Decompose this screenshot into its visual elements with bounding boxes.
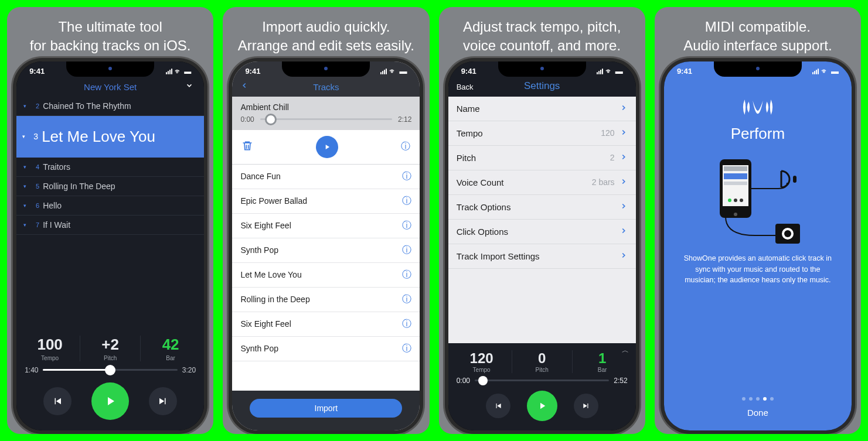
promo-panel-1: The ultimate tool for backing tracks on …	[7, 7, 213, 434]
preview-play-button[interactable]	[316, 136, 338, 158]
pager-dot[interactable]	[756, 397, 760, 401]
marker-icon: ▾	[23, 183, 26, 189]
setlist-row[interactable]: ▾7If I Wait	[16, 216, 204, 235]
progress-slider[interactable]: 1:40 3:20	[16, 365, 204, 379]
page-indicator	[742, 397, 774, 401]
pager-dot[interactable]	[742, 397, 746, 401]
svg-rect-3	[724, 173, 747, 179]
progress-slider[interactable]: 0:00 2:52	[448, 375, 636, 389]
settings-row[interactable]: Track Import Settings	[448, 244, 636, 269]
info-icon[interactable]: ⓘ	[402, 293, 411, 306]
next-button[interactable]	[574, 394, 598, 418]
track-row[interactable]: Dance Funⓘ	[232, 165, 420, 189]
svg-point-5	[728, 199, 731, 202]
promo-panel-3: Adjust track tempo, pitch, voice countof…	[439, 7, 645, 434]
prev-button[interactable]	[486, 394, 510, 418]
track-row[interactable]: Six Eight Feelⓘ	[232, 214, 420, 238]
svg-point-8	[734, 213, 737, 216]
track-name: Rolling In The Deep	[43, 182, 115, 191]
import-button[interactable]: Import	[250, 399, 402, 418]
settings-row[interactable]: Pitch2	[448, 146, 636, 170]
setting-label: Track Options	[457, 202, 511, 212]
app-name: Perform	[731, 125, 785, 143]
info-icon[interactable]: ⓘ	[402, 195, 411, 207]
chevron-right-icon	[619, 177, 628, 187]
status-time: 9:41	[29, 67, 45, 76]
setting-value: 120	[601, 128, 614, 138]
phone-frame: 9:41 ᯤ▬ Tracks Ambient Chill 0:00 2:12	[232, 61, 420, 430]
trash-icon[interactable]	[241, 140, 253, 154]
setlist-row[interactable]: ▾6Hello	[16, 196, 204, 216]
settings-row[interactable]: Click Options	[448, 220, 636, 244]
prev-button[interactable]	[43, 387, 72, 415]
settings-row[interactable]: Name	[448, 97, 636, 121]
track-name: Synth Pop	[240, 245, 278, 255]
preview-slider[interactable]	[260, 118, 392, 120]
setting-label: Tempo	[457, 128, 483, 138]
caption: MIDI compatible. Audio interface support…	[683, 18, 832, 56]
illustration	[699, 153, 816, 247]
pitch-stat[interactable]: +2Pitch	[80, 336, 140, 361]
set-title: New York Set	[84, 82, 137, 92]
bar-stat[interactable]: 42Bar	[140, 336, 200, 361]
status-icons: ᯤ▬	[597, 67, 623, 76]
settings-row[interactable]: Tempo120	[448, 121, 636, 146]
back-button[interactable]: Back	[457, 83, 474, 91]
pager-dot[interactable]	[763, 397, 767, 401]
track-row[interactable]: Let Me Love Youⓘ	[232, 263, 420, 288]
back-button[interactable]	[240, 81, 249, 92]
track-row[interactable]: Epic Power Balladⓘ	[232, 189, 420, 214]
onboarding-text: ShowOne provides an automatic click trac…	[664, 253, 852, 286]
track-row[interactable]: Six Eight Feelⓘ	[232, 312, 420, 337]
info-icon[interactable]: ⓘ	[402, 244, 411, 257]
svg-rect-4	[724, 182, 747, 185]
info-icon[interactable]: ⓘ	[402, 220, 411, 232]
info-icon[interactable]: ⓘ	[401, 141, 410, 153]
setlist-row[interactable]: ▾5Rolling In The Deep	[16, 177, 204, 196]
track-row[interactable]: Rolling in the Deepⓘ	[232, 288, 420, 312]
setlist-row[interactable]: ▾4Traitors	[16, 158, 204, 177]
svg-point-6	[734, 199, 737, 202]
settings-row[interactable]: Voice Count2 bars	[448, 170, 636, 195]
track-name: Traitors	[43, 162, 70, 172]
track-row[interactable]: Synth Popⓘ	[232, 337, 420, 361]
info-icon[interactable]: ⓘ	[402, 343, 411, 355]
pitch-stat[interactable]: 0Pitch	[512, 350, 572, 373]
marker-icon: ▾	[23, 203, 26, 208]
track-name: Chained To The Rhythm	[43, 101, 131, 111]
track-row[interactable]: Synth Popⓘ	[232, 238, 420, 263]
svg-point-12	[784, 230, 791, 237]
setlist-row[interactable]: ▾3Let Me Love You	[16, 116, 204, 158]
info-icon[interactable]: ⓘ	[402, 170, 411, 183]
pager-dot[interactable]	[770, 397, 774, 401]
tempo-stat[interactable]: 120Tempo	[452, 350, 512, 373]
time-current: 0:00	[457, 377, 470, 385]
chevron-down-icon[interactable]	[185, 81, 193, 92]
tempo-stat[interactable]: 100Tempo	[20, 336, 80, 361]
play-button[interactable]	[527, 391, 557, 421]
setting-label: Track Import Settings	[457, 251, 540, 261]
setting-label: Name	[457, 104, 480, 114]
done-button[interactable]: Done	[747, 408, 768, 418]
preview-track-name: Ambient Chill	[240, 102, 411, 112]
info-icon[interactable]: ⓘ	[402, 269, 411, 281]
status-time: 9:41	[677, 67, 692, 76]
expand-icon[interactable]: ︿	[622, 346, 629, 355]
track-name: Let Me Love You	[240, 270, 301, 279]
marker-icon: ▾	[23, 103, 26, 109]
settings-row[interactable]: Track Options	[448, 195, 636, 220]
caption: Adjust track tempo, pitch, voice countof…	[463, 18, 621, 56]
promo-panel-2: Import audio quickly. Arrange and edit s…	[223, 7, 429, 434]
next-button[interactable]	[149, 387, 177, 415]
setlist-row[interactable]: ▾2Chained To The Rhythm	[16, 97, 204, 116]
play-button[interactable]	[91, 382, 129, 420]
status-icons: ᯤ▬	[166, 67, 191, 76]
phone-frame: 9:41 ᯤ▬ Back Settings NameTempo120Pitch2…	[448, 61, 636, 430]
page-title: Settings	[524, 80, 560, 92]
svg-rect-2	[724, 166, 747, 171]
status-icons: ᯤ▬	[380, 67, 407, 76]
info-icon[interactable]: ⓘ	[402, 318, 411, 330]
chevron-right-icon	[619, 227, 628, 237]
pager-dot[interactable]	[749, 397, 753, 401]
setting-label: Pitch	[457, 153, 476, 163]
